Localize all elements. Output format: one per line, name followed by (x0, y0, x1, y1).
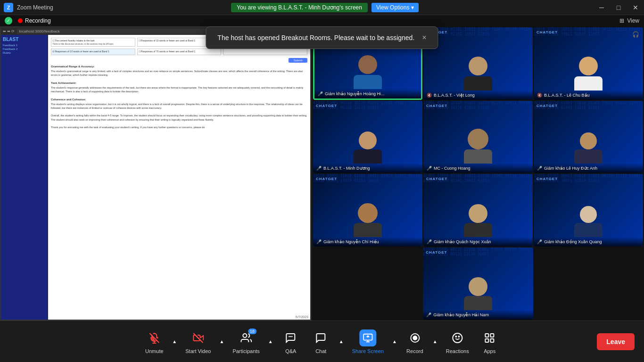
person-1 (354, 55, 382, 89)
notification-message: The host has opened Breakout Rooms. Plea… (217, 34, 414, 41)
participant-name-3: B.L.A.S.T. - Lê Chu Bầu (544, 93, 590, 98)
titlebar-center: You are viewing B.L.A.S.T. - Minh Dương'… (231, 3, 419, 12)
mic-muted-icon (146, 329, 163, 346)
svg-rect-11 (486, 339, 489, 342)
screen-timestamp: 5/7/2023 (296, 315, 308, 319)
reactions-icon (449, 329, 466, 346)
person-5 (464, 129, 492, 164)
svg-rect-9 (486, 334, 489, 337)
share-caret[interactable]: ▲ (390, 338, 399, 345)
main-content: ⬅ ➡ ⟳ localhost:3000/feedback ⋮ BLAST Fe… (0, 26, 644, 321)
mic-icon-7: 🎤 (316, 239, 322, 245)
apps-icon (481, 329, 498, 346)
video-tile-10[interactable]: 01010 11001 00110 10110 01001 11010 0110… (423, 247, 533, 320)
video-bg-4: 01010 11001 00110 10110 01001 11010 0110… (313, 101, 422, 173)
name-bar-2: 🔇 B.L.A.S.T. - Việt Long (423, 90, 533, 100)
titlebar-left: Z Zoom Meeting (4, 3, 53, 12)
mic-icon-5: 🎤 (426, 165, 432, 171)
unmute-caret[interactable]: ▲ (170, 338, 179, 345)
close-button[interactable]: ✕ (631, 4, 640, 11)
person-2 (464, 57, 492, 90)
recording-indicator: Recording (18, 17, 51, 24)
apps-button[interactable]: Apps (476, 327, 504, 357)
start-video-label: Start Video (185, 348, 211, 354)
security-shield-icon: ✓ (5, 17, 12, 25)
participant-name-7: Giám khảo Nguyễn Chí Hiếu (323, 239, 379, 244)
svg-point-6 (453, 333, 462, 343)
mic-icon-3: 🔇 (537, 92, 542, 98)
person-3 (574, 57, 603, 90)
unmute-label: Unmute (145, 348, 164, 354)
name-bar-6: 🎤 Giám khảo Lê Huy Đức Anh (534, 164, 643, 173)
video-grid: 10110 01001 11010 01101 10011 01010 1100… (312, 26, 644, 321)
person-8 (464, 204, 492, 237)
screen-app-main: ☐ The content fluently relates to the ta… (48, 35, 310, 320)
screen-app-sidebar: BLAST Feedback 1 Feedback 2 Rubric (1, 35, 48, 320)
titlebar-controls: ─ □ ✕ (597, 4, 640, 11)
minimize-button[interactable]: ─ (597, 4, 606, 11)
toolbar: Unmute ▲ Start Video ▲ (0, 321, 644, 362)
participants-icon: 18 (238, 329, 255, 346)
record-label: Record (406, 348, 423, 354)
person-7 (354, 203, 382, 237)
app-title: Zoom Meeting (17, 4, 53, 11)
video-bg-10: 01010 11001 00110 10110 01001 11010 0110… (423, 247, 533, 320)
title-bar: Z Zoom Meeting You are viewing B.L.A.S.T… (0, 0, 644, 15)
unmute-button[interactable]: Unmute (140, 327, 168, 357)
breakout-notification: The host has opened Breakout Rooms. Plea… (206, 26, 438, 49)
share-screen-button[interactable]: Share Screen (347, 327, 388, 357)
video-tile-6[interactable]: 00110 10110 01001 11010 01101 10011 0101… (534, 101, 643, 173)
notification-close-button[interactable]: × (422, 33, 426, 42)
participants-caret[interactable]: ▲ (266, 338, 275, 345)
chat-button[interactable]: Chat (307, 327, 335, 357)
video-tile-9[interactable]: 11010 01101 10011 01010 11001 00110 1011… (534, 174, 643, 247)
info-bar: ✓ Recording ⊞ View (0, 15, 644, 26)
video-tile-8[interactable]: 01001 11010 01101 10011 01010 11001 0011… (423, 174, 533, 247)
person-9 (574, 206, 603, 237)
screen-share-area: ⬅ ➡ ⟳ localhost:3000/feedback ⋮ BLAST Fe… (0, 26, 311, 321)
reactions-button[interactable]: Reactions (441, 327, 474, 357)
video-tile-3[interactable]: 11010 01101 10011 01010 11001 00110 1011… (534, 27, 643, 100)
maximize-button[interactable]: □ (614, 4, 623, 11)
svg-point-8 (458, 336, 459, 337)
chevron-down-icon: ▾ (411, 4, 414, 11)
video-tile-7[interactable]: 10110 01001 11010 01101 10011 01010 1100… (313, 174, 422, 247)
mic-icon-6: 🎤 (537, 165, 542, 171)
name-bar-3: 🔇 B.L.A.S.T. - Lê Chu Bầu (534, 90, 643, 100)
svg-rect-12 (491, 339, 494, 342)
qa-button[interactable]: Q&A (277, 327, 305, 357)
chat-label: Chat (315, 348, 326, 354)
participants-count-badge: 18 (248, 329, 256, 334)
video-off-icon (190, 329, 206, 346)
svg-rect-10 (491, 334, 494, 337)
participants-button[interactable]: 18 Participants (228, 327, 264, 357)
video-bg-2: 01001 11010 01101 10011 01010 11001 0011… (423, 27, 533, 100)
mic-icon-2: 🔇 (426, 92, 432, 98)
leave-button[interactable]: Leave (597, 333, 635, 350)
record-caret[interactable]: ▲ (431, 338, 439, 345)
qa-label: Q&A (285, 348, 296, 354)
video-tile-2[interactable]: 01001 11010 01101 10011 01010 11001 0011… (423, 27, 533, 100)
toolbar-center: Unmute ▲ Start Video ▲ (140, 327, 504, 357)
reactions-label: Reactions (446, 348, 469, 354)
chat-icon (313, 329, 330, 346)
name-bar-5: 🎤 MC - Cuong Hoang (423, 164, 533, 173)
view-options-label: View Options (376, 4, 409, 11)
video-tile-5[interactable]: 11001 00110 10110 01001 11010 01101 1001… (423, 101, 533, 173)
apps-label: Apps (484, 348, 495, 354)
view-right: ⊞ View (619, 17, 639, 24)
mic-icon-10: 🎤 (426, 312, 431, 318)
video-caret[interactable]: ▲ (217, 338, 226, 345)
video-tile-4[interactable]: 01010 11001 00110 10110 01001 11010 0110… (313, 101, 422, 173)
record-button[interactable]: Record (401, 327, 429, 357)
share-screen-label: Share Screen (352, 348, 384, 354)
name-bar-8: 🎤 Giám khảo Quách Ngọc Xuân (423, 237, 533, 247)
name-bar-10: 🎤 Giám khảo Nguyễn Hải Nam (423, 310, 533, 320)
chat-caret[interactable]: ▲ (337, 338, 346, 345)
video-bg-9: 11010 01101 10011 01010 11001 00110 1011… (534, 174, 643, 247)
participant-name-10: Giám khảo Nguyễn Hải Nam (433, 313, 489, 317)
toolbar-right: Leave (597, 333, 635, 350)
start-video-button[interactable]: Start Video (181, 327, 215, 357)
view-options-button[interactable]: View Options ▾ (372, 3, 419, 12)
mic-icon-8: 🎤 (426, 239, 432, 245)
